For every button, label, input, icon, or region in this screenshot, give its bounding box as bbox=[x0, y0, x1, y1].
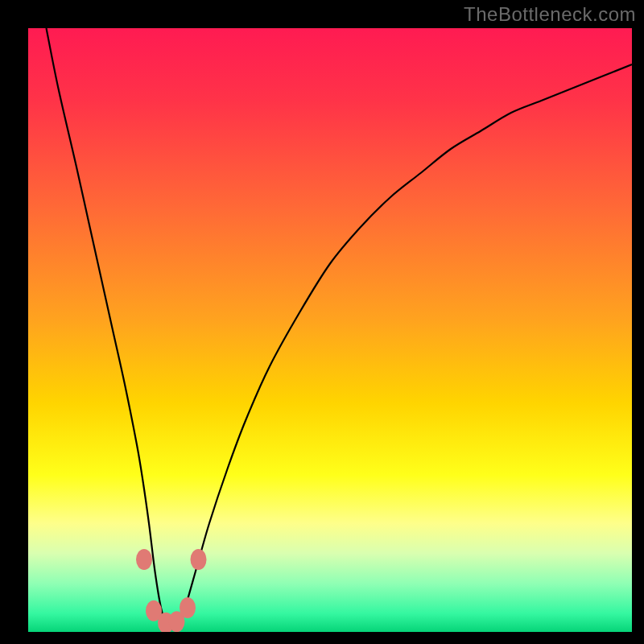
curve-marker bbox=[136, 549, 152, 570]
curve-marker bbox=[191, 549, 207, 570]
outer-frame: TheBottleneck.com bbox=[0, 0, 644, 644]
gradient-background bbox=[28, 28, 632, 632]
curve-marker bbox=[180, 597, 196, 618]
chart-svg bbox=[28, 28, 632, 632]
plot-area bbox=[28, 28, 632, 632]
watermark-text: TheBottleneck.com bbox=[464, 3, 636, 26]
